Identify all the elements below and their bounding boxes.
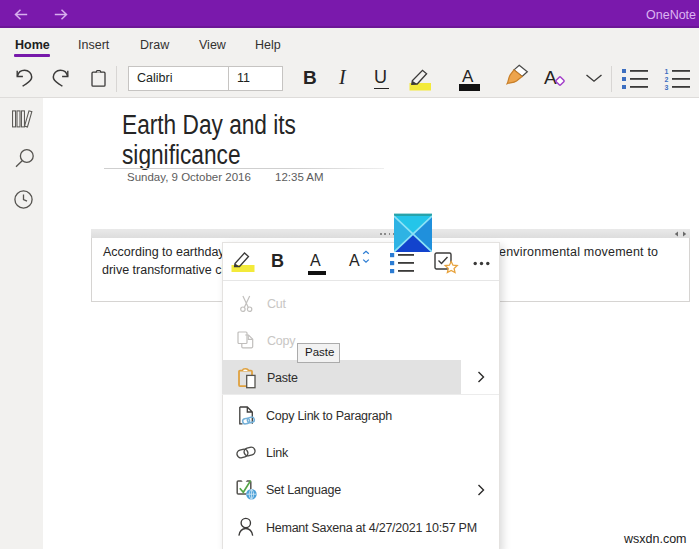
svg-text:3: 3 <box>665 84 669 90</box>
svg-text:1: 1 <box>665 68 669 75</box>
svg-text:2: 2 <box>665 76 669 83</box>
